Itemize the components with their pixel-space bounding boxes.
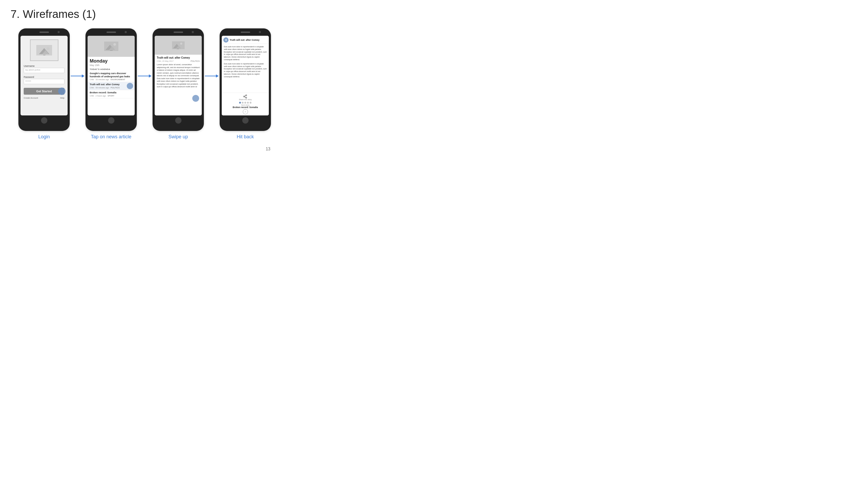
full-article-header: Truth will out: after Comey	[222, 36, 269, 44]
article-meta: CNN, 15 May 2017 POLITICS	[157, 60, 199, 62]
news-item-title-1: Google's mapping cars discover hundreds …	[90, 72, 132, 78]
page-number: 13	[266, 147, 270, 152]
phone-camera-2	[125, 31, 127, 33]
back-arrow-icon	[225, 39, 227, 41]
news-item-title-2: Truth will out: after Comey	[90, 83, 132, 86]
news-source-3: CNN	[90, 95, 94, 97]
news-time-2: 59 minutes ago	[95, 87, 109, 89]
agenda-label: TODAY'S AGENDA	[88, 67, 135, 71]
mountain-icon	[36, 45, 52, 56]
news-item-2[interactable]: Truth will out: after Comey CNN 59 minut…	[88, 82, 135, 90]
username-label: Username	[24, 65, 35, 67]
arrow-2	[137, 73, 153, 79]
password-input[interactable]: ••••••••	[24, 79, 64, 84]
svg-marker-21	[216, 74, 219, 77]
news-time-1: 33 minutes ago	[95, 78, 109, 81]
news-source-2: CNN	[90, 87, 94, 89]
article-body-text: Lorem ipsum dolor sit amet, consectetur …	[157, 63, 199, 88]
arrow-right-icon-3	[205, 73, 219, 79]
phone-home-button-2[interactable]	[108, 117, 115, 124]
news-item-3[interactable]: Broken record: Somalia CNN 2 hours ago S…	[88, 90, 135, 98]
news-tag-2: POLITICS	[111, 87, 120, 89]
phone-home-button[interactable]	[41, 117, 48, 124]
phone-news: Monday May 15th TODAY'S AGENDA Google's …	[86, 28, 137, 131]
hit-back-label-below: Hit back	[237, 134, 254, 140]
svg-point-11	[113, 43, 116, 46]
dot-3	[244, 102, 246, 104]
svg-point-3	[47, 47, 50, 50]
phone-speaker-2	[106, 32, 116, 33]
help-link[interactable]: Help	[60, 97, 64, 99]
article-tag: POLITICS	[191, 60, 199, 62]
arrow-1	[70, 73, 86, 79]
arrow-3	[204, 73, 220, 79]
login-label-below: Login	[38, 134, 50, 140]
dot-2	[242, 102, 244, 104]
news-tag-3: SPORT	[107, 95, 115, 97]
create-account-link[interactable]: Create Account	[24, 97, 38, 99]
active-circle	[127, 83, 133, 89]
phone-camera-3	[192, 31, 194, 33]
news-screen: Monday May 15th TODAY'S AGENDA Google's …	[88, 36, 135, 116]
article-title: Truth will out: after Comey	[157, 56, 199, 59]
full-article-para-1: Duis aute irure dolor in reprehenderit i…	[224, 45, 267, 61]
wireframes-row: Username eg: jaison.justus Password ••••…	[10, 28, 279, 140]
article-source: CNN, 15 May 2017	[157, 60, 174, 62]
article-screen: Truth will out: after Comey CNN, 15 May …	[155, 36, 202, 116]
phone-camera	[58, 31, 60, 33]
arrow-right-icon-1	[70, 73, 85, 79]
svg-point-25	[246, 97, 247, 98]
full-article-para-2: Duis aute irure dolor in reprehenderit i…	[224, 63, 267, 78]
news-tag-1: ENVIRONMENT	[111, 78, 125, 81]
svg-line-26	[245, 95, 246, 96]
news-source-1: CNN	[90, 78, 94, 81]
share-icon[interactable]	[243, 94, 247, 99]
svg-point-24	[244, 96, 245, 97]
news-day: Monday	[90, 58, 132, 64]
article-hero-mountain-icon	[172, 41, 185, 49]
svg-line-27	[245, 97, 246, 98]
login-screen: Username eg: jaison.justus Password ••••…	[21, 36, 68, 116]
news-item-meta-1: CNN 33 minutes ago ENVIRONMENT	[90, 78, 132, 81]
phone-article: Truth will out: after Comey CNN, 15 May …	[153, 28, 204, 131]
full-article-body: Duis aute irure dolor in reprehenderit i…	[222, 44, 269, 93]
svg-marker-7	[82, 74, 85, 77]
phone-home-button-4[interactable]	[242, 117, 249, 124]
full-article-title: Truth will out: after Comey	[229, 39, 267, 41]
news-item-1[interactable]: Google's mapping cars discover hundreds …	[88, 71, 135, 82]
phone-article-wrapper: Truth will out: after Comey CNN, 15 May …	[153, 28, 204, 140]
svg-marker-22	[225, 39, 226, 41]
swipe-circle	[192, 95, 199, 102]
next-button[interactable]: ›	[243, 109, 248, 115]
phone-home-button-3[interactable]	[175, 117, 182, 124]
swipe-up-label-below: Swipe up	[168, 134, 188, 140]
get-started-button[interactable]: Get Started	[24, 88, 64, 95]
next-story-title: Broken record: Somalia	[231, 106, 260, 108]
news-date-block: Monday May 15th	[88, 57, 135, 67]
phone-full-article-wrapper: Truth will out: after Comey Duis aute ir…	[220, 28, 271, 140]
article-dots	[239, 102, 251, 104]
phone-speaker	[39, 32, 49, 33]
username-input[interactable]: eg: jaison.justus	[24, 68, 64, 73]
login-circle	[58, 88, 65, 95]
phone-speaker-4	[241, 32, 250, 33]
share-section: Share this story Next story Broken recor…	[222, 93, 269, 116]
dot-5	[250, 102, 251, 104]
phone-login: Username eg: jaison.justus Password ••••…	[19, 28, 70, 131]
news-item-meta-3: CNN 2 hours ago SPORT	[90, 95, 132, 97]
svg-point-18	[180, 42, 182, 45]
article-body: Truth will out: after Comey CNN, 15 May …	[155, 55, 202, 116]
share-label: Share this story	[239, 99, 252, 100]
full-article-screen: Truth will out: after Comey Duis aute ir…	[222, 36, 269, 116]
dot-4	[247, 102, 249, 104]
login-links: Create Account Help	[24, 97, 64, 99]
get-started-label: Get Started	[36, 90, 52, 93]
phone-news-wrapper: Monday May 15th TODAY'S AGENDA Google's …	[86, 28, 137, 140]
phone-speaker-3	[174, 32, 183, 33]
next-story-label: Next story	[241, 104, 250, 106]
svg-marker-14	[149, 74, 152, 77]
news-item-meta-2: CNN 59 minutes ago POLITICS	[90, 87, 132, 89]
back-button-circle[interactable]	[223, 37, 228, 42]
news-item-title-3: Broken record: Somalia	[90, 91, 132, 94]
news-time-3: 2 hours ago	[95, 95, 106, 97]
